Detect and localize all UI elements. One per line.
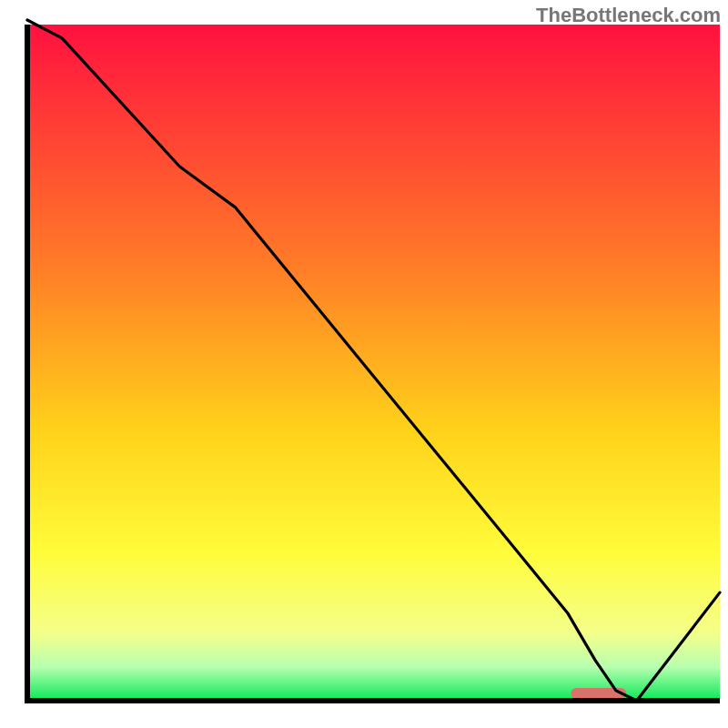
- bottleneck-chart: TheBottleneck.com: [0, 0, 728, 728]
- optimal-range-marker: [571, 688, 626, 699]
- chart-plot-area: [0, 0, 728, 728]
- gradient-background: [27, 25, 720, 701]
- watermark-text: TheBottleneck.com: [536, 4, 721, 27]
